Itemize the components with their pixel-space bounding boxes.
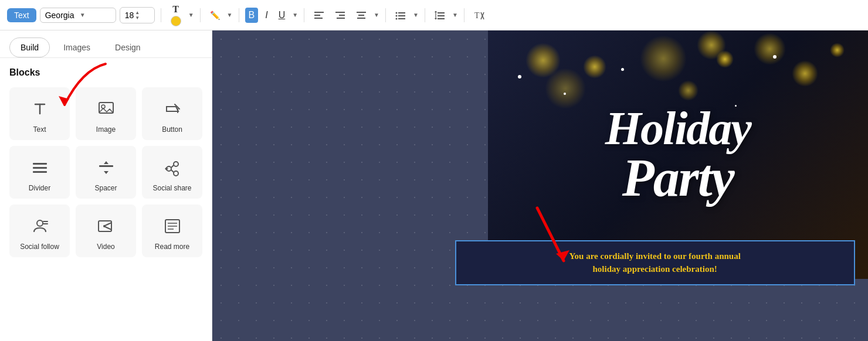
svg-point-34: [174, 171, 178, 176]
divider-6: [425, 8, 425, 22]
block-divider[interactable]: Divider: [9, 146, 70, 199]
image-block-icon: [94, 97, 118, 121]
svg-rect-2: [314, 18, 323, 19]
svg-rect-6: [357, 12, 366, 13]
svg-rect-30: [99, 165, 113, 167]
tab-build[interactable]: Build: [9, 37, 50, 57]
block-read-more-label: Read more: [155, 243, 189, 251]
divider-block-icon: [28, 156, 52, 179]
sidebar: Build Images Design Blocks Text: [0, 30, 212, 341]
svg-point-9: [396, 12, 398, 13]
block-spacer[interactable]: Spacer: [76, 146, 136, 199]
align-right-button[interactable]: [331, 8, 349, 23]
svg-point-11: [396, 15, 398, 16]
clear-format-button[interactable]: T: [470, 8, 488, 23]
block-image[interactable]: Image: [76, 87, 136, 140]
svg-line-35: [171, 170, 174, 172]
align-left-icon: [314, 10, 324, 21]
block-button[interactable]: Button: [142, 87, 202, 140]
spacer-block-icon: [94, 156, 118, 179]
block-social-share-label: Social share: [152, 184, 191, 192]
read-more-block-icon: [161, 214, 184, 238]
block-video[interactable]: Video: [76, 204, 136, 257]
svg-rect-16: [438, 15, 445, 16]
list-chevron[interactable]: ▼: [413, 12, 419, 18]
size-down-icon[interactable]: ▼: [135, 15, 140, 21]
svg-point-36: [37, 220, 43, 226]
divider-3: [239, 8, 239, 22]
svg-point-25: [101, 105, 105, 108]
svg-rect-27: [33, 163, 47, 165]
svg-point-43: [103, 225, 106, 227]
sidebar-tabs: Build Images Design: [0, 30, 212, 58]
svg-rect-4: [339, 15, 345, 16]
divider-5: [385, 8, 386, 22]
size-up-icon[interactable]: ▲: [135, 10, 140, 15]
holiday-title-holiday: Holiday: [605, 105, 751, 152]
block-social-share[interactable]: Social share: [142, 146, 202, 199]
list-icon: [395, 10, 406, 21]
text-color-chevron[interactable]: ▼: [188, 12, 194, 18]
svg-rect-14: [398, 18, 405, 19]
svg-point-31: [174, 162, 178, 166]
tab-images[interactable]: Images: [52, 37, 101, 57]
block-social-follow[interactable]: Social follow: [9, 204, 70, 257]
block-read-more[interactable]: Read more: [142, 204, 202, 257]
list-button[interactable]: [392, 8, 409, 23]
svg-rect-10: [398, 12, 405, 13]
tab-design[interactable]: Design: [104, 37, 152, 57]
social-follow-block-icon: [28, 214, 52, 238]
block-social-follow-label: Social follow: [20, 243, 59, 251]
svg-line-33: [171, 165, 174, 168]
text-type-badge: Text: [7, 8, 36, 22]
text-color-button[interactable]: T: [167, 2, 185, 29]
holiday-party-text: Holiday Party: [594, 93, 762, 216]
align-left-button[interactable]: [310, 8, 328, 23]
svg-text:T: T: [474, 11, 480, 20]
font-family-select[interactable]: Georgia ▼: [40, 8, 116, 23]
line-spacing-button[interactable]: [431, 8, 449, 23]
block-image-label: Image: [96, 125, 116, 134]
svg-rect-29: [33, 171, 47, 173]
font-chevron-icon: ▼: [80, 12, 111, 18]
svg-rect-12: [398, 15, 405, 16]
font-size-value: 18: [125, 11, 134, 20]
line-spacing-chevron[interactable]: ▼: [452, 12, 458, 18]
block-divider-label: Divider: [29, 184, 50, 192]
clear-format-icon: T: [474, 10, 484, 21]
highlight-button[interactable]: ✏️: [206, 8, 223, 22]
blocks-section-title: Blocks: [0, 58, 212, 83]
svg-point-13: [396, 18, 398, 19]
italic-button[interactable]: I: [262, 8, 271, 23]
align-chevron[interactable]: ▼: [374, 12, 379, 18]
divider-4: [304, 8, 304, 22]
pen-icon: ✏️: [210, 11, 220, 20]
social-share-block-icon: [161, 156, 184, 179]
divider-7: [464, 8, 464, 22]
align-center-icon: [356, 10, 367, 21]
align-center-button[interactable]: [352, 8, 370, 23]
svg-rect-28: [33, 167, 47, 169]
block-spacer-label: Spacer: [94, 184, 117, 192]
bold-button[interactable]: B: [245, 8, 259, 23]
underline-button[interactable]: U: [275, 8, 289, 23]
font-size-input[interactable]: 18 ▲ ▼: [120, 7, 155, 23]
video-block-icon: [94, 214, 118, 238]
svg-rect-5: [337, 18, 345, 19]
divider-2: [200, 8, 201, 22]
text-color-dot: [171, 16, 181, 26]
toolbar: Text Georgia ▼ 18 ▲ ▼ T ▼ ✏️ ▼ B I U ▼ ▼: [0, 0, 868, 30]
svg-rect-7: [358, 15, 364, 16]
highlight-chevron[interactable]: ▼: [227, 12, 233, 18]
invitation-text: You are cordially invited to our fourth …: [468, 250, 842, 276]
svg-rect-8: [357, 18, 365, 19]
align-right-icon: [335, 10, 345, 21]
font-size-stepper[interactable]: ▲ ▼: [135, 10, 140, 21]
svg-rect-1: [314, 15, 320, 16]
divider-1: [161, 8, 161, 22]
invitation-text-box[interactable]: You are cordially invited to our fourth …: [455, 240, 855, 285]
underline-chevron[interactable]: ▼: [292, 12, 298, 18]
block-text[interactable]: Text: [9, 87, 70, 140]
font-family-value: Georgia: [45, 11, 76, 20]
line-spacing-icon: [435, 10, 445, 21]
